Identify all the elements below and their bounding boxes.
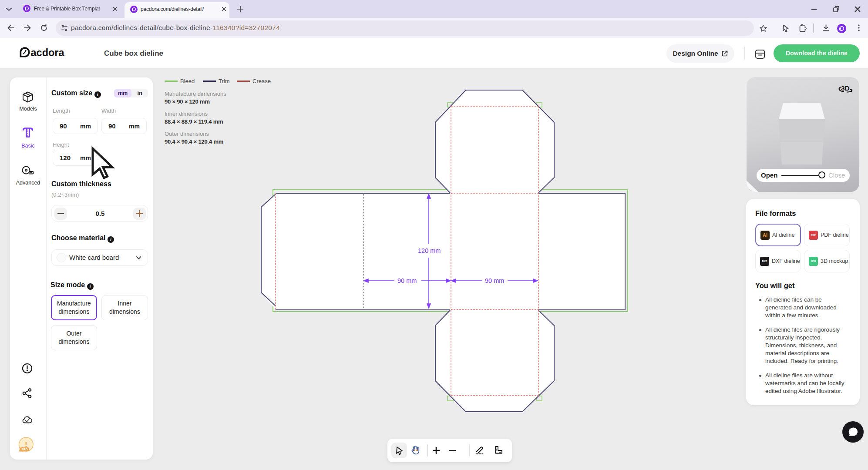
svg-text:PRO: PRO (22, 448, 28, 451)
svg-text:acdora: acdora (31, 47, 65, 58)
svg-text:90 mm: 90 mm (397, 277, 417, 284)
svg-text:90 mm: 90 mm (485, 277, 504, 284)
svg-text:120 mm: 120 mm (418, 247, 441, 254)
